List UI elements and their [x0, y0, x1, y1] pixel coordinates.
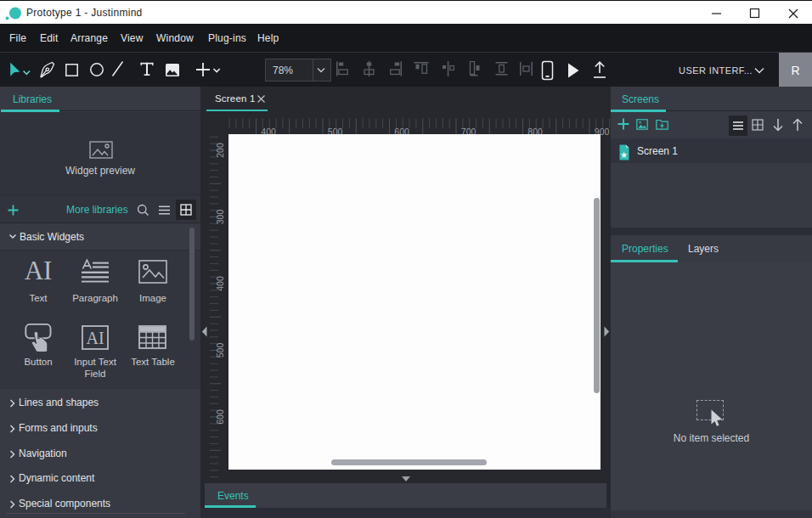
svg-text:200: 200 [215, 143, 225, 158]
svg-text:★: ★ [620, 150, 628, 160]
svg-text:500: 500 [215, 343, 225, 358]
svg-text:400: 400 [215, 276, 225, 291]
svg-text:300: 300 [215, 210, 225, 225]
svg-text:600: 600 [215, 409, 225, 425]
svg-text:AI: AI [86, 329, 104, 347]
